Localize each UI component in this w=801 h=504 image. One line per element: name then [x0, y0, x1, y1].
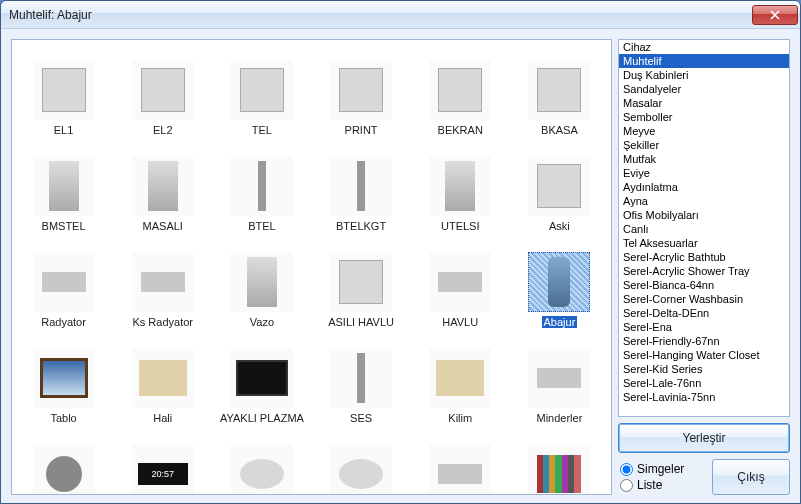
thumbnail	[330, 444, 392, 494]
grid-item-label: Tablo	[48, 412, 78, 424]
place-button[interactable]: Yerleştir	[618, 423, 790, 453]
grid-item[interactable]: 20:57Saat	[113, 428, 212, 494]
grid-item[interactable]: UTELSI	[411, 140, 510, 236]
grid-item[interactable]: AYAKLI PLAZMA	[212, 332, 311, 428]
category-item[interactable]: Ofis Mobilyaları	[619, 208, 789, 222]
grid-item-label: PRINT	[343, 124, 380, 136]
thumbnail	[528, 444, 590, 494]
exit-button[interactable]: Çıkış	[712, 459, 790, 495]
category-item[interactable]: Cihaz	[619, 40, 789, 54]
thumbnail-shape	[40, 358, 88, 398]
grid-item[interactable]: HAVLU	[411, 236, 510, 332]
radio-icons-input[interactable]	[620, 463, 633, 476]
category-item[interactable]: Serel-Kid Series	[619, 362, 789, 376]
grid-item[interactable]: TEL	[212, 44, 311, 140]
radio-icons[interactable]: Simgeler	[620, 462, 706, 476]
grid-item[interactable]: Hali	[113, 332, 212, 428]
grid-item[interactable]: Mumlar	[14, 428, 113, 494]
grid-item-label: Vazo	[248, 316, 276, 328]
thumbnail-shape	[42, 68, 86, 112]
radio-icons-label: Simgeler	[637, 462, 684, 476]
category-item[interactable]: Şekiller	[619, 138, 789, 152]
category-item[interactable]: Serel-Acrylic Shower Tray	[619, 264, 789, 278]
grid-item[interactable]: Aski	[510, 140, 609, 236]
grid-item[interactable]: BEKRAN	[411, 44, 510, 140]
category-item[interactable]: Serel-Acrylic Bathtub	[619, 250, 789, 264]
category-item[interactable]: Meyve	[619, 124, 789, 138]
grid-item[interactable]: MASALI	[113, 140, 212, 236]
category-item[interactable]: Masalar	[619, 96, 789, 110]
grid-item[interactable]: EL2	[113, 44, 212, 140]
grid-item-label: EL1	[52, 124, 76, 136]
grid-item[interactable]: Tablo	[14, 332, 113, 428]
grid-item[interactable]: BKASA	[510, 44, 609, 140]
grid-item[interactable]: Kitaplar-Raf	[510, 428, 609, 494]
grid-item[interactable]: Kilim	[411, 332, 510, 428]
category-item[interactable]: Muhtelif	[619, 54, 789, 68]
grid-item-label: Aski	[547, 220, 572, 232]
category-item[interactable]: Serel-Corner Washbasin	[619, 292, 789, 306]
thumbnail	[132, 348, 194, 408]
thumbnail	[330, 348, 392, 408]
category-item[interactable]: Canlı	[619, 222, 789, 236]
category-item[interactable]: Serel-Lale-76nn	[619, 376, 789, 390]
thumbnail	[33, 444, 95, 494]
grid-item-label: Radyator	[39, 316, 88, 328]
thumbnail-grid[interactable]: EL1EL2TELPRINTBEKRANBKASABMSTELMASALIBTE…	[12, 40, 611, 494]
category-item[interactable]: Serel-Lavinia-75nn	[619, 390, 789, 404]
grid-item[interactable]: BMSTEL	[14, 140, 113, 236]
thumbnail-shape	[438, 272, 482, 292]
dialog-content: EL1EL2TELPRINTBEKRANBKASABMSTELMASALIBTE…	[1, 29, 800, 503]
thumbnail	[528, 348, 590, 408]
category-item[interactable]: Serel-Bianca-64nn	[619, 278, 789, 292]
category-item[interactable]: Sandalyeler	[619, 82, 789, 96]
category-item[interactable]: Semboller	[619, 110, 789, 124]
grid-item[interactable]: BTEL	[212, 140, 311, 236]
thumbnail-shape	[339, 459, 383, 489]
category-item[interactable]: Serel-Delta-DEnn	[619, 306, 789, 320]
category-item[interactable]: Mutfak	[619, 152, 789, 166]
thumbnail-shape	[537, 368, 581, 388]
grid-item[interactable]: Ks Radyator	[113, 236, 212, 332]
grid-item[interactable]: Abajur	[510, 236, 609, 332]
grid-item[interactable]: BTELKGT	[311, 140, 410, 236]
thumbnail	[231, 156, 293, 216]
bottom-controls: Simgeler Liste Çıkış	[618, 459, 790, 495]
grid-item-label: MASALI	[141, 220, 185, 232]
grid-item-label: UTELSI	[439, 220, 482, 232]
thumbnail-shape	[357, 161, 365, 211]
grid-item[interactable]: Minderler	[510, 332, 609, 428]
thumbnail	[33, 156, 95, 216]
grid-item[interactable]: Vazo	[212, 236, 311, 332]
close-button[interactable]	[752, 5, 798, 25]
radio-list[interactable]: Liste	[620, 478, 706, 492]
thumbnail	[33, 252, 95, 312]
grid-item[interactable]: SES	[311, 332, 410, 428]
grid-item[interactable]: EL1	[14, 44, 113, 140]
radio-list-input[interactable]	[620, 479, 633, 492]
category-item[interactable]: Serel-Friendly-67nn	[619, 334, 789, 348]
grid-item-label: TEL	[250, 124, 274, 136]
grid-item-label: SES	[348, 412, 374, 424]
category-item[interactable]: Aydınlatma	[619, 180, 789, 194]
grid-item[interactable]: Acik Kitap2	[311, 428, 410, 494]
thumbnail-shape	[548, 257, 570, 307]
grid-item-label: Hali	[151, 412, 174, 424]
grid-item[interactable]: Radyator	[14, 236, 113, 332]
category-item[interactable]: Eviye	[619, 166, 789, 180]
category-listbox[interactable]: CihazMuhtelifDuş KabinleriSandalyelerMas…	[618, 39, 790, 417]
category-item[interactable]: Ayna	[619, 194, 789, 208]
category-item[interactable]: Serel-Ena	[619, 320, 789, 334]
grid-item[interactable]: PRINT	[311, 44, 410, 140]
grid-item[interactable]: ASILI HAVLU	[311, 236, 410, 332]
category-item[interactable]: Tel Aksesuarlar	[619, 236, 789, 250]
grid-item[interactable]: Kitaplar	[411, 428, 510, 494]
thumbnail-shape	[46, 456, 82, 492]
category-item[interactable]: Serel-Hanging Water Closet	[619, 348, 789, 362]
grid-item-label: Abajur	[542, 316, 578, 328]
grid-item[interactable]: Acik Kitap	[212, 428, 311, 494]
thumbnail	[33, 348, 95, 408]
grid-item-label: BTELKGT	[334, 220, 388, 232]
window-title: Muhtelif: Abajur	[9, 8, 752, 22]
category-item[interactable]: Duş Kabinleri	[619, 68, 789, 82]
